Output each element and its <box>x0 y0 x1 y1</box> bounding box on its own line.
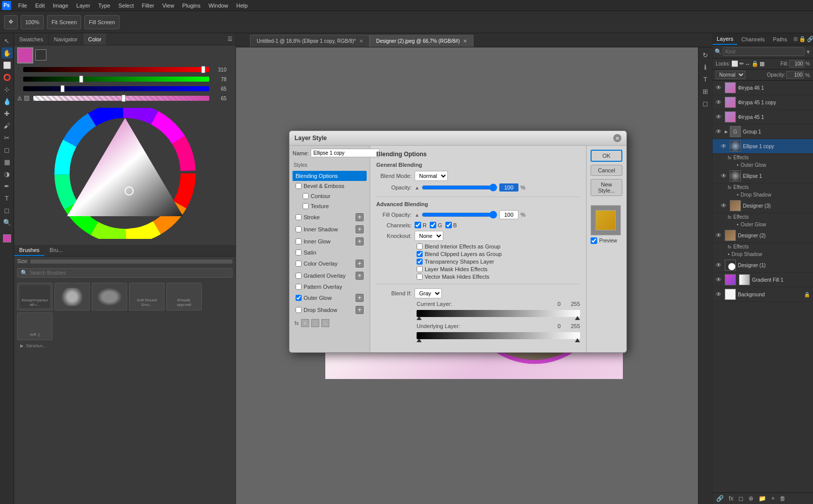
layer-ellipse-1[interactable]: 👁 Ellipse 1 <box>713 169 813 183</box>
opacity-slider[interactable] <box>422 183 497 192</box>
transparency-check[interactable] <box>417 259 423 265</box>
layer-designer-2[interactable]: 👁 Designer (2) <box>713 228 813 243</box>
style-satin[interactable]: Satin <box>293 247 367 258</box>
style-outer-glow-check[interactable] <box>296 295 302 301</box>
layer-figura-45-copy[interactable]: 👁 Фігура 45 1 copy <box>713 95 813 110</box>
color-wheel-container[interactable] <box>17 104 233 243</box>
lock-all-btn[interactable]: 🔒 <box>751 60 759 67</box>
layer-name-input[interactable] <box>311 149 380 157</box>
doc-tab-1-close[interactable]: ✕ <box>359 38 363 44</box>
layer-eye-45c[interactable]: 👁 <box>716 99 723 106</box>
style-color-overlay[interactable]: Color Overlay + <box>293 258 367 270</box>
knockout-select[interactable]: None <box>415 231 443 241</box>
eraser-tool[interactable]: ◻ <box>2 144 13 155</box>
layer-eye-d2[interactable]: 👁 <box>716 232 723 239</box>
style-inner-glow[interactable]: Inner Glow + <box>293 235 367 247</box>
color-wheel-svg[interactable] <box>54 108 196 239</box>
layer-blend-mode[interactable]: Normal <box>716 71 745 79</box>
menu-window[interactable]: Window <box>204 0 232 11</box>
red-slider-thumb[interactable] <box>201 66 205 73</box>
filter-icon[interactable]: ⊞ <box>793 36 798 42</box>
channel-b-check[interactable] <box>445 222 452 228</box>
healing-tool[interactable]: ✚ <box>2 108 13 119</box>
layer-outer-glow-1[interactable]: • Outer Glow <box>713 161 813 169</box>
move-tool-btn[interactable]: ✥ <box>4 15 18 29</box>
layer-eye-e1c[interactable]: 👁 <box>721 143 728 150</box>
layer-mask-check[interactable] <box>417 266 423 272</box>
lock-artboard-btn[interactable]: ▦ <box>760 60 765 67</box>
red-slider-track[interactable] <box>23 67 209 72</box>
clone-tool[interactable]: ✂ <box>2 132 13 143</box>
style-inner-glow-check[interactable] <box>296 238 302 244</box>
layer-eye-bg[interactable]: 👁 <box>716 291 723 298</box>
fill-value-input[interactable] <box>789 60 804 68</box>
gradient-tool[interactable]: ▦ <box>2 156 13 167</box>
menu-select[interactable]: Select <box>114 0 138 11</box>
layer-eye-d3[interactable]: 👁 <box>721 202 728 209</box>
color-overlay-add-btn[interactable]: + <box>356 260 364 268</box>
opacity-value-input[interactable] <box>499 183 518 192</box>
layer-figura-45[interactable]: 👁 Фігура 45 1 <box>713 110 813 124</box>
layer-figura-46[interactable]: 👁 Фігура 46 1 <box>713 81 813 95</box>
brush-item-3[interactable] <box>92 283 127 310</box>
channel-r-check[interactable] <box>415 222 421 228</box>
crop-tool[interactable]: ⊹ <box>2 84 13 95</box>
style-gradient-overlay-check[interactable] <box>296 273 302 279</box>
style-bevel-check[interactable] <box>296 183 302 189</box>
move-tool[interactable]: ↖ <box>2 35 13 46</box>
opacity-value-layers[interactable] <box>786 71 804 79</box>
doc-tab-2[interactable]: Designer (2).jpeg @ 66,7% (RGB/8#) ✕ <box>370 35 474 47</box>
layer-eye-group1[interactable]: 👁 <box>716 128 723 135</box>
channel-g-check[interactable] <box>430 222 436 228</box>
style-drop-shadow[interactable]: Drop Shadow + <box>293 304 367 316</box>
blend-mode-select[interactable]: Normal <box>415 171 448 181</box>
layer-designer-1[interactable]: 👁 Designer (1) <box>713 258 813 273</box>
background-color-swatch[interactable] <box>35 49 46 60</box>
text-tool[interactable]: T <box>2 193 13 204</box>
layer-eye-46[interactable]: 👁 <box>716 84 723 91</box>
style-inner-shadow[interactable]: Inner Shadow + <box>293 223 367 235</box>
new-style-button[interactable]: New Style... <box>591 179 622 196</box>
lock-position-btn[interactable]: ↔ <box>745 61 750 67</box>
menu-help[interactable]: Help <box>233 0 252 11</box>
layer-eye-gf[interactable]: 👁 <box>716 276 723 283</box>
zoom-tool[interactable]: 🔍 <box>2 217 13 228</box>
inner-shadow-add-btn[interactable]: + <box>356 225 364 233</box>
alpha-slider-thumb[interactable] <box>122 95 126 102</box>
layer-eye-d1[interactable]: 👁 <box>716 262 723 269</box>
lock-icon[interactable]: 🔒 <box>799 36 806 42</box>
group-expand-icon[interactable]: ▶ <box>725 130 728 134</box>
shape-tool[interactable]: ◻ <box>2 205 13 216</box>
layer-outer-glow-d3[interactable]: • Outer Glow <box>713 221 813 228</box>
menu-image[interactable]: Image <box>49 0 73 11</box>
menu-plugins[interactable]: Plugins <box>178 0 204 11</box>
layer-background[interactable]: 👁 Background 🔒 <box>713 287 813 302</box>
layer-ellipse-1-copy[interactable]: 👁 Ellipse 1 copy <box>713 139 813 154</box>
menu-layer[interactable]: Layer <box>72 0 94 11</box>
dodge-tool[interactable]: ◑ <box>2 168 13 179</box>
lock-transparent-btn[interactable]: ⬜ <box>731 60 738 67</box>
menu-type[interactable]: Type <box>94 0 114 11</box>
foreground-color[interactable] <box>2 233 13 244</box>
tab-brushes[interactable]: Brushes <box>14 245 44 256</box>
size-slider[interactable] <box>30 260 233 264</box>
tab-swatches[interactable]: Swatches <box>14 33 49 45</box>
zoom-control[interactable]: 100% <box>21 15 44 29</box>
alpha-slider-track[interactable] <box>33 96 209 101</box>
ok-button[interactable]: OK <box>591 150 622 162</box>
search-filter-icon[interactable]: ▼ <box>805 49 811 55</box>
canvas-area[interactable]: ↻ ℹ T ⊞ ◻ <box>236 47 712 504</box>
layers-search-input[interactable] <box>723 47 804 56</box>
new-group-btn[interactable]: 📁 <box>757 494 768 502</box>
brush-tool[interactable]: 🖌 <box>2 120 13 131</box>
fx-btn-1[interactable]: + <box>301 319 309 327</box>
style-texture-check[interactable] <box>303 203 309 209</box>
style-inner-shadow-check[interactable] <box>296 226 302 232</box>
tab-navigator[interactable]: Navigator <box>49 33 83 45</box>
brush-item-5[interactable]: М'який, круглий <box>166 283 202 310</box>
layer-drop-shadow-1[interactable]: • Drop Shadow <box>713 191 813 199</box>
eyedropper-tool[interactable]: 💧 <box>2 96 13 107</box>
doc-tab-1[interactable]: Untitled-1 @ 18,8% (Ellipse 1 copy, RGB/… <box>250 35 370 47</box>
link-icon[interactable]: 🔗 <box>807 36 813 42</box>
brush-group-header[interactable]: ▶ Загальн... <box>17 342 233 349</box>
